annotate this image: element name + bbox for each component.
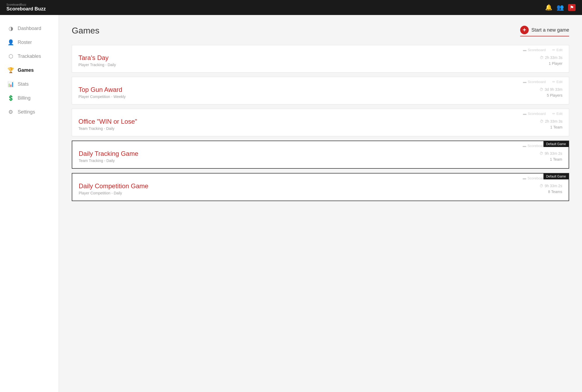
- game-name: Tara's Day: [78, 54, 540, 62]
- game-name: Top Gun Award: [78, 86, 539, 93]
- scoreboard-link[interactable]: ▬ Scoreboard: [523, 48, 546, 52]
- sidebar-item-label: Roster: [18, 40, 32, 45]
- game-time: ⏱ 3d 9h 33m: [539, 87, 562, 92]
- stats-icon: 📊: [7, 81, 14, 87]
- sidebar-item-label: Billing: [18, 95, 31, 101]
- game-meta: ⏱ 9h 33m 2s 1 Team: [539, 151, 562, 161]
- edit-link[interactable]: ✏ Edit: [552, 48, 562, 52]
- roster-icon: 👤: [7, 39, 14, 46]
- sidebar-item-label: Settings: [18, 109, 35, 115]
- scoreboard-link[interactable]: ▬ Scoreboard: [523, 176, 545, 180]
- sidebar-item-label: Trackables: [18, 54, 41, 59]
- game-meta: ⏱ 2h 33m 3s 1 Player: [540, 55, 562, 66]
- game-info: Tara's Day Player Tracking - Daily: [78, 54, 540, 67]
- scoreboard-icon: ▬: [523, 176, 526, 180]
- game-name: Office "WIN or Lose": [78, 118, 540, 125]
- game-info: Daily Competition Game Player Competitio…: [79, 182, 539, 195]
- users-icon[interactable]: 👥: [557, 4, 564, 11]
- clock-icon: ⏱: [539, 87, 543, 92]
- game-players: 8 Teams: [548, 190, 562, 194]
- game-type: Player Tracking - Daily: [78, 63, 540, 67]
- scoreboard-link[interactable]: ▬ Scoreboard: [523, 144, 545, 148]
- card-actions: ▬ Scoreboard ✏ Edit: [72, 109, 569, 116]
- clock-icon: ⏱: [539, 184, 543, 188]
- sidebar-item-label: Stats: [18, 81, 29, 87]
- game-type: Team Tracking - Daily: [79, 159, 539, 163]
- settings-icon: ⚙: [7, 109, 14, 115]
- default-badge: Default Game: [543, 141, 569, 147]
- scoreboard-link[interactable]: ▬ Scoreboard: [523, 112, 546, 116]
- scoreboard-icon: ▬: [523, 112, 526, 116]
- game-info: Daily Tracking Game Team Tracking - Dail…: [79, 150, 539, 163]
- game-time: ⏱ 2h 33m 3s: [540, 55, 562, 60]
- game-card-taras-day[interactable]: ▬ Scoreboard ✏ Edit Tara's Day Player Tr…: [72, 45, 569, 73]
- card-body: Daily Tracking Game Team Tracking - Dail…: [72, 148, 569, 168]
- game-name: Daily Competition Game: [79, 182, 539, 190]
- card-actions: ▬ Scoreboard ✏ Edit: [72, 45, 569, 52]
- scoreboard-link[interactable]: ▬ Scoreboard: [523, 80, 546, 84]
- app-header: ScoreboardBuzz Scoreboard Buzz 🔔 👥 ⚑: [0, 0, 582, 15]
- game-card-daily-competition[interactable]: Default Game ▬ Scoreboard ✏ Edit Daily C…: [72, 173, 569, 201]
- sidebar-item-stats[interactable]: 📊 Stats: [0, 77, 59, 91]
- games-icon: 🏆: [7, 67, 14, 73]
- card-body: Office "WIN or Lose" Team Tracking - Dai…: [72, 116, 569, 136]
- scoreboard-icon: ▬: [523, 80, 526, 84]
- card-actions: ▬ Scoreboard ✏ Edit: [72, 174, 569, 180]
- sidebar-item-billing[interactable]: 💲 Billing: [0, 91, 59, 105]
- game-players: 1 Team: [550, 125, 562, 129]
- bell-icon[interactable]: 🔔: [545, 4, 552, 11]
- default-badge: Default Game: [543, 174, 569, 179]
- game-card-daily-tracking[interactable]: Default Game ▬ Scoreboard ✏ Edit Daily T…: [72, 141, 569, 169]
- new-game-label: Start a new game: [531, 27, 569, 33]
- billing-icon: 💲: [7, 95, 14, 101]
- game-info: Office "WIN or Lose" Team Tracking - Dai…: [78, 118, 540, 131]
- page-title: Games: [72, 26, 99, 36]
- game-meta: ⏱ 9h 33m 2s 8 Teams: [539, 184, 562, 194]
- sidebar-item-label: Dashboard: [18, 26, 41, 31]
- clock-icon: ⏱: [540, 119, 543, 123]
- edit-icon: ✏: [552, 48, 555, 52]
- game-players: 1 Player: [549, 61, 562, 66]
- game-info: Top Gun Award Player Competition - Weekl…: [78, 86, 539, 99]
- sidebar-item-label: Games: [18, 67, 34, 73]
- game-players: 1 Team: [550, 157, 562, 161]
- game-time: ⏱ 9h 33m 2s: [539, 151, 562, 156]
- game-name: Daily Tracking Game: [79, 150, 539, 157]
- header-icons: 🔔 👥 ⚑: [545, 4, 576, 11]
- sidebar-item-dashboard[interactable]: ◑ Dashboard: [0, 21, 59, 35]
- sidebar: ◑ Dashboard 👤 Roster ⬡ Trackables 🏆 Game…: [0, 15, 59, 392]
- game-time: ⏱ 2h 33m 3s: [540, 119, 562, 123]
- edit-link[interactable]: ✏ Edit: [552, 80, 562, 84]
- edit-icon: ✏: [552, 112, 555, 116]
- edit-icon: ✏: [552, 80, 555, 84]
- scoreboard-icon: ▬: [523, 48, 526, 52]
- sidebar-item-games[interactable]: 🏆 Games: [0, 63, 59, 77]
- game-card-top-gun[interactable]: ▬ Scoreboard ✏ Edit Top Gun Award Player…: [72, 77, 569, 104]
- card-body: Daily Competition Game Player Competitio…: [72, 180, 569, 201]
- card-actions: ▬ Scoreboard ✏ Edit: [72, 77, 569, 84]
- sidebar-item-trackables[interactable]: ⬡ Trackables: [0, 49, 59, 63]
- game-cards-list: ▬ Scoreboard ✏ Edit Tara's Day Player Tr…: [72, 45, 569, 201]
- flag-icon[interactable]: ⚑: [568, 4, 576, 11]
- trackables-icon: ⬡: [7, 53, 14, 59]
- clock-icon: ⏱: [539, 151, 543, 156]
- game-type: Player Competition - Daily: [79, 191, 539, 195]
- game-card-office-win-lose[interactable]: ▬ Scoreboard ✏ Edit Office "WIN or Lose"…: [72, 109, 569, 136]
- brand-sub: ScoreboardBuzz: [6, 3, 46, 6]
- card-actions: ▬ Scoreboard ✏ Edit: [72, 141, 569, 148]
- game-meta: ⏱ 2h 33m 3s 1 Team: [540, 119, 562, 129]
- new-game-plus-icon: +: [520, 26, 529, 34]
- brand: ScoreboardBuzz Scoreboard Buzz: [6, 3, 46, 12]
- dashboard-icon: ◑: [7, 25, 14, 32]
- game-time: ⏱ 9h 33m 2s: [539, 184, 562, 188]
- edit-link[interactable]: ✏ Edit: [552, 112, 562, 116]
- main-header: Games + Start a new game: [72, 26, 569, 36]
- card-body: Top Gun Award Player Competition - Weekl…: [72, 84, 569, 104]
- main-layout: ◑ Dashboard 👤 Roster ⬡ Trackables 🏆 Game…: [0, 15, 582, 392]
- main-content: Games + Start a new game ▬ Scoreboard ✏ …: [59, 15, 582, 392]
- sidebar-item-settings[interactable]: ⚙ Settings: [0, 105, 59, 119]
- new-game-button[interactable]: + Start a new game: [520, 26, 569, 36]
- game-type: Team Tracking - Daily: [78, 126, 540, 131]
- sidebar-item-roster[interactable]: 👤 Roster: [0, 35, 59, 49]
- clock-icon: ⏱: [540, 55, 543, 60]
